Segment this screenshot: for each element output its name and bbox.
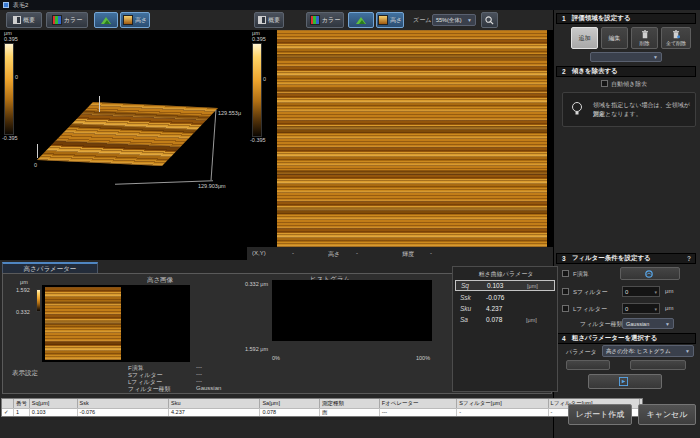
header-measure-type: 測定種類 bbox=[320, 399, 380, 408]
cell-f-operator: --- bbox=[380, 408, 458, 417]
step3-header: 3 フィルター条件を設定する ? bbox=[556, 253, 696, 264]
edit-region-button[interactable]: 編集 bbox=[601, 27, 628, 49]
filter-kind-dropdown[interactable]: Gaussian ▼ bbox=[622, 318, 674, 329]
axis-y-line bbox=[211, 110, 217, 180]
status-brightness-value: - bbox=[430, 250, 432, 256]
view2d-overview-label: 概要 bbox=[268, 16, 280, 25]
height-image-thumbnail[interactable] bbox=[45, 287, 121, 360]
register-edit-button[interactable] bbox=[630, 360, 686, 370]
spinner-icon[interactable]: ▾ bbox=[654, 306, 657, 312]
s-filter-unit: μm bbox=[665, 288, 673, 294]
param-row-sku[interactable]: Sku 4.237 bbox=[455, 303, 555, 314]
detail-settings-button[interactable] bbox=[566, 360, 610, 370]
l-filter-value: 0 bbox=[625, 306, 628, 312]
zoom-label: ズーム bbox=[413, 16, 431, 25]
shape-removal-settings-button[interactable] bbox=[620, 267, 680, 280]
auto-tilt-checkbox[interactable] bbox=[601, 80, 608, 87]
zoom-dropdown[interactable]: 55%(全体) ▼ bbox=[432, 14, 476, 26]
add-region-button[interactable]: 追加 bbox=[571, 27, 598, 49]
param-value: 4.237 bbox=[486, 305, 526, 312]
step2-header: 2 傾きを除去する bbox=[556, 66, 696, 77]
status-height-value: - bbox=[356, 250, 358, 256]
viewport-2d[interactable]: μm 0.395 0 -0.395 bbox=[247, 30, 553, 247]
display-kind-label: フィルター種類 bbox=[128, 385, 171, 394]
view3d-color-button[interactable]: カラー bbox=[46, 12, 88, 28]
help-icon[interactable]: ? bbox=[687, 255, 691, 262]
mountain-icon bbox=[101, 17, 111, 24]
results-table-row[interactable]: ✓ 1 0.103 -0.076 4.237 0.078 面 --- - - bbox=[2, 408, 642, 417]
param-row-sa[interactable]: Sa 0.078 [μm] bbox=[455, 314, 555, 325]
chevron-down-icon: ▼ bbox=[467, 17, 472, 23]
view2d-colorbar-max: 0.395 bbox=[252, 36, 266, 42]
application-window: 表毛2 概要 カラー 高さ μm 0.395 0 -0.395 129.553μ bbox=[0, 0, 700, 438]
spinner-icon[interactable]: ▾ bbox=[654, 289, 657, 295]
tilt-info-box: 領域を指定しない場合は、全領域が測定 対象となります。 bbox=[562, 92, 696, 127]
l-filter-input[interactable]: 0 ▾ bbox=[622, 303, 660, 314]
param-name: Ssk bbox=[455, 294, 486, 301]
f-operation-label: F演算 bbox=[573, 270, 589, 279]
view3d-color-label: カラー bbox=[64, 16, 82, 25]
scale-unit: μm bbox=[20, 279, 28, 285]
scale-min: 0.332 bbox=[16, 309, 30, 315]
header-f-operator: Fオペレーター bbox=[380, 399, 458, 408]
auto-tilt-label: 自動傾き除去 bbox=[611, 80, 647, 89]
header-sq: Sq[μm] bbox=[30, 399, 78, 408]
header-sku: Sku bbox=[169, 399, 260, 408]
axis-origin-label: 0 bbox=[34, 162, 37, 168]
height-image-2d[interactable] bbox=[277, 30, 547, 247]
view3d-overview-button[interactable]: 概要 bbox=[6, 12, 42, 28]
magnifier-button[interactable] bbox=[481, 12, 498, 28]
analysis-icon bbox=[619, 377, 628, 386]
step4-number: 4 bbox=[562, 335, 566, 342]
edit-label: 編集 bbox=[609, 34, 621, 43]
axis-origin-line bbox=[37, 144, 38, 158]
cell-sq: 0.103 bbox=[30, 408, 78, 417]
step4-header: 4 粗さパラメーターを選択する bbox=[556, 333, 696, 344]
cell-sku: 4.237 bbox=[169, 408, 260, 417]
create-report-button[interactable]: レポート作成 bbox=[568, 404, 632, 425]
step2-number: 2 bbox=[562, 68, 566, 75]
view2d-overview-button[interactable]: 概要 bbox=[254, 12, 284, 28]
step3-number: 3 bbox=[562, 255, 566, 262]
delete-region-button[interactable]: 削除 bbox=[631, 27, 658, 49]
param-row-sq[interactable]: Sq 0.103 [μm] bbox=[455, 280, 555, 291]
row-checkbox[interactable]: ✓ bbox=[2, 408, 14, 417]
step1-number: 1 bbox=[562, 15, 566, 22]
roughness-parameters-box: 粗さ曲線パラメータ Sq 0.103 [μm] Ssk -0.076 Sku 4… bbox=[452, 266, 558, 392]
start-analysis-button[interactable] bbox=[588, 374, 662, 389]
view2d-surface-button[interactable] bbox=[348, 12, 374, 28]
step4-title: 粗さパラメーターを選択する bbox=[572, 334, 658, 343]
step2-title: 傾きを除去する bbox=[572, 67, 618, 76]
view3d-colorbar-max: 0.395 bbox=[4, 36, 18, 42]
roughness-parameters-title: 粗さ曲線パラメータ bbox=[453, 270, 559, 279]
region-select-dropdown[interactable]: ▼ bbox=[590, 52, 662, 62]
cancel-button[interactable]: キャンセル bbox=[638, 404, 696, 425]
display-s-value: --- bbox=[196, 371, 202, 377]
s-filter-input[interactable]: 0 ▾ bbox=[622, 286, 660, 297]
window-title: 表毛2 bbox=[13, 1, 28, 10]
zoom-value: 55%(全体) bbox=[436, 17, 462, 24]
parameter-dropdown[interactable]: 高さの分布: ヒストグラム ▼ bbox=[602, 345, 694, 357]
cell-ssk: -0.076 bbox=[78, 408, 169, 417]
view2d-color-button[interactable]: カラー bbox=[306, 12, 344, 28]
view2d-color-label: カラー bbox=[322, 16, 340, 25]
f-operation-checkbox[interactable] bbox=[562, 270, 569, 277]
delete-label: 削除 bbox=[640, 40, 650, 46]
histogram-100pct: 100% bbox=[416, 355, 430, 361]
view3d-height-button[interactable]: 高さ bbox=[120, 12, 150, 28]
s-filter-checkbox[interactable] bbox=[562, 288, 569, 295]
status-height-label: 高さ bbox=[328, 250, 340, 259]
color-palette-icon bbox=[310, 15, 320, 25]
viewport-3d[interactable]: μm 0.395 0 -0.395 129.553μ 129.903μm 0 bbox=[0, 30, 247, 260]
view3d-surface-button[interactable] bbox=[94, 12, 118, 28]
param-row-ssk[interactable]: Ssk -0.076 bbox=[455, 292, 555, 303]
delete-all-regions-button[interactable]: 全て削除 bbox=[661, 27, 691, 49]
chevron-down-icon: ▼ bbox=[653, 54, 658, 60]
view2d-height-button[interactable]: 高さ bbox=[376, 12, 404, 28]
display-l-value: --- bbox=[196, 378, 202, 384]
l-filter-checkbox[interactable] bbox=[562, 305, 569, 312]
histogram-plot[interactable] bbox=[272, 280, 432, 341]
title-bar: 表毛2 bbox=[0, 0, 700, 10]
scale-max: 1.592 bbox=[16, 287, 30, 293]
surface-3d-plane[interactable] bbox=[37, 102, 218, 166]
